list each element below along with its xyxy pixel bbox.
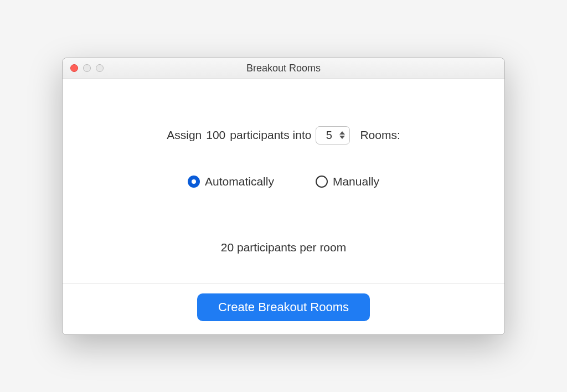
stepper-up-icon[interactable] (339, 131, 345, 135)
breakout-rooms-window: Breakout Rooms Assign 100 participants i… (62, 58, 505, 335)
radio-manually-label: Manually (333, 175, 379, 188)
create-breakout-rooms-button[interactable]: Create Breakout Rooms (197, 293, 370, 321)
maximize-window-button[interactable] (96, 64, 104, 72)
radio-manually[interactable]: Manually (316, 175, 379, 188)
radio-selected-icon (188, 176, 200, 188)
assign-prefix: Assign (167, 128, 202, 142)
traffic-lights (70, 64, 104, 72)
radio-automatically-label: Automatically (205, 175, 274, 188)
footer: Create Breakout Rooms (63, 283, 504, 334)
titlebar: Breakout Rooms (63, 58, 504, 79)
assign-middle: participants into (230, 128, 311, 142)
room-count-stepper[interactable]: 5 (316, 126, 350, 145)
assignment-mode-radio-group: Automatically Manually (188, 175, 379, 188)
window-title: Breakout Rooms (63, 63, 504, 74)
radio-unselected-icon (316, 176, 328, 188)
minimize-window-button[interactable] (83, 64, 91, 72)
stepper-arrows (339, 131, 345, 139)
assign-suffix: Rooms: (360, 128, 400, 142)
participant-count: 100 (206, 128, 225, 142)
content-area: Assign 100 participants into 5 Rooms: Au… (63, 79, 504, 283)
radio-automatically[interactable]: Automatically (188, 175, 274, 188)
close-window-button[interactable] (70, 64, 78, 72)
stepper-down-icon[interactable] (339, 136, 345, 139)
room-count-value: 5 (324, 129, 334, 142)
assign-row: Assign 100 participants into 5 Rooms: (167, 126, 400, 145)
per-room-label: participants per room (237, 241, 346, 254)
per-room-count: 20 (221, 241, 234, 254)
participants-per-room: 20 participants per room (221, 241, 346, 254)
